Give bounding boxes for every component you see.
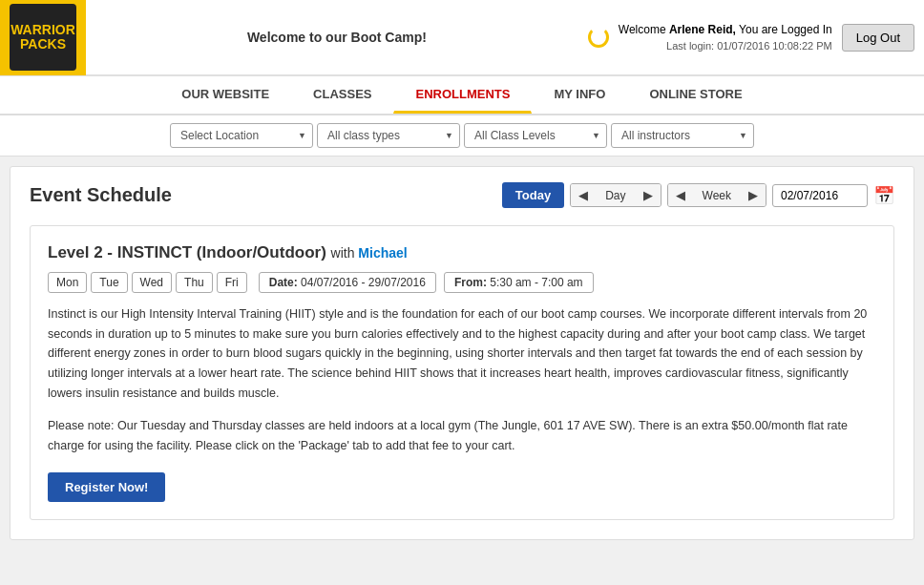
day-badge-wed: Wed <box>132 272 172 293</box>
header-right: Welcome Arlene Reid, You are Logged In L… <box>588 21 924 54</box>
nav-classes[interactable]: CLASSES <box>291 76 393 114</box>
schedule-header: Event Schedule Today ◀ Day ▶ ◀ Week ▶ 📅 <box>30 182 894 208</box>
time-range-value: 5:30 am - 7:00 am <box>490 276 582 289</box>
location-select[interactable]: Select Location <box>170 123 313 148</box>
day-badge-tue: Tue <box>91 272 127 293</box>
calendar-icon[interactable]: 📅 <box>873 185 894 206</box>
user-name: Arlene Reid, <box>669 23 736 36</box>
instructor-filter-wrapper: All instructors <box>611 123 754 148</box>
date-range-badge: Date: 04/07/2016 - 29/07/2016 <box>259 272 436 293</box>
day-badges: Mon Tue Wed Thu Fri Date: 04/07/2016 - 2… <box>48 272 876 293</box>
day-nav-group: ◀ Day ▶ <box>570 183 661 207</box>
schedule-card: Event Schedule Today ◀ Day ▶ ◀ Week ▶ 📅 <box>10 166 914 540</box>
date-range-value: 04/07/2016 - 29/07/2016 <box>301 276 426 289</box>
class-level-select[interactable]: All Class Levels <box>464 123 607 148</box>
day-badge-thu: Thu <box>176 272 213 293</box>
nav-bar: OUR WEBSITE CLASSES ENROLLMENTS MY INFO … <box>0 76 924 115</box>
event-title: Level 2 - INSTINCT (Indoor/Outdoor) with… <box>48 243 876 262</box>
nav-my-info[interactable]: MY INFO <box>532 76 627 114</box>
day-badge-fri: Fri <box>217 272 247 293</box>
logout-button[interactable]: Log Out <box>842 24 914 52</box>
user-info: Welcome Arlene Reid, You are Logged In L… <box>619 21 832 54</box>
schedule-controls: Today ◀ Day ▶ ◀ Week ▶ 📅 <box>502 182 894 208</box>
logo: WARRIORPACKS <box>10 4 76 71</box>
event-block: Level 2 - INSTINCT (Indoor/Outdoor) with… <box>30 225 894 520</box>
last-login-label: Last login: <box>666 40 714 52</box>
header-center: Welcome to our Boot Camp! <box>86 30 588 45</box>
event-title-text: Level 2 - INSTINCT (Indoor/Outdoor) <box>48 243 326 261</box>
nav-enrollments[interactable]: ENROLLMENTS <box>393 76 532 114</box>
day-badge-mon: Mon <box>48 272 87 293</box>
filter-bar: Select Location All class types All Clas… <box>0 115 924 157</box>
time-range-badge: From: 5:30 am - 7:00 am <box>444 272 594 293</box>
event-note: Please note: Our Tuesday and Thursday cl… <box>48 416 876 455</box>
spinner-icon <box>588 27 609 48</box>
day-label: Day <box>596 185 635 206</box>
schedule-title: Event Schedule <box>30 184 172 206</box>
today-button[interactable]: Today <box>502 182 564 208</box>
day-next-button[interactable]: ▶ <box>636 184 661 206</box>
logo-area: WARRIORPACKS <box>0 0 86 75</box>
greeting-text: Welcome <box>619 23 666 36</box>
day-prev-button[interactable]: ◀ <box>571 184 596 206</box>
date-input[interactable] <box>772 184 868 207</box>
week-nav-group: ◀ Week ▶ <box>667 183 766 207</box>
user-greeting: Welcome Arlene Reid, You are Logged In <box>619 21 832 38</box>
week-next-button[interactable]: ▶ <box>741 184 766 206</box>
last-login: Last login: 01/07/2016 10:08:22 PM <box>619 38 832 54</box>
event-with-text: with <box>331 245 359 261</box>
welcome-banner: Welcome to our Boot Camp! <box>86 30 588 45</box>
nav-online-store[interactable]: ONLINE STORE <box>627 76 764 114</box>
week-prev-button[interactable]: ◀ <box>668 184 693 206</box>
logged-in-text: You are Logged In <box>739 23 832 36</box>
date-label: Date: <box>269 276 298 289</box>
class-type-select[interactable]: All class types <box>317 123 460 148</box>
event-description: Instinct is our High Intensity Interval … <box>48 304 876 403</box>
logo-text: WARRIORPACKS <box>10 23 75 52</box>
last-login-value: 01/07/2016 10:08:22 PM <box>717 40 831 52</box>
main-content: Event Schedule Today ◀ Day ▶ ◀ Week ▶ 📅 <box>0 157 924 550</box>
location-filter-wrapper: Select Location <box>170 123 313 148</box>
register-button[interactable]: Register Now! <box>48 472 165 502</box>
instructor-select[interactable]: All instructors <box>611 123 754 148</box>
week-label: Week <box>693 185 741 206</box>
event-note-text: Please note: Our Tuesday and Thursday cl… <box>48 419 848 452</box>
from-label: From: <box>454 276 487 289</box>
instructor-link[interactable]: Michael <box>358 245 407 261</box>
header: WARRIORPACKS Welcome to our Boot Camp! W… <box>0 0 924 76</box>
class-type-filter-wrapper: All class types <box>317 123 460 148</box>
class-level-filter-wrapper: All Class Levels <box>464 123 607 148</box>
nav-our-website[interactable]: OUR WEBSITE <box>159 76 291 114</box>
